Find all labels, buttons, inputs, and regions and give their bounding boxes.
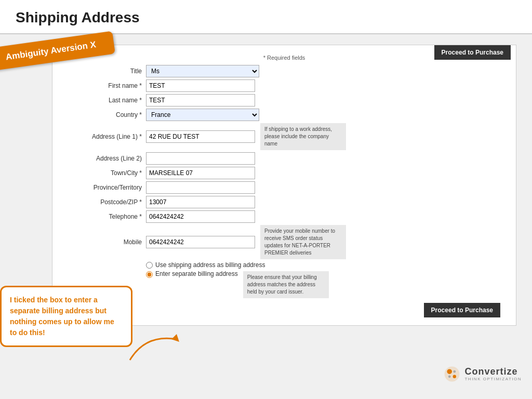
proceed-top-button[interactable]: Proceed to Purchase <box>434 45 511 60</box>
town-input[interactable] <box>146 167 255 179</box>
proceed-bottom-button[interactable]: Proceed to Purchase <box>424 303 500 317</box>
convertize-name: Convertize <box>464 367 522 377</box>
lastname-input[interactable] <box>146 94 255 107</box>
firstname-input[interactable] <box>146 79 255 92</box>
lastname-label: Last name * <box>63 97 146 104</box>
page-title: Shipping Address <box>16 9 516 26</box>
country-select[interactable]: France United Kingdom United States <box>146 109 259 121</box>
province-label: Province/Territory <box>63 184 146 191</box>
address2-row: Address (Line 2) <box>52 152 516 165</box>
form-card: Proceed to Purchase * Required fields Ti… <box>52 45 516 326</box>
country-row: Country * France United Kingdom United S… <box>52 109 516 121</box>
convertize-tagline: Think Optimization <box>464 377 522 382</box>
convertize-logo: Convertize Think Optimization <box>444 366 522 382</box>
svg-point-5 <box>448 375 451 378</box>
billing-hint: Please ensure that your billing address … <box>243 271 329 298</box>
mobile-input[interactable] <box>146 236 255 248</box>
mobile-hint: Provide your mobile number to receive SM… <box>260 225 346 259</box>
radio-shipping-billing-row: Use shipping address as billing address <box>52 261 516 269</box>
title-select[interactable]: Ms Mr Mrs Dr <box>146 65 259 77</box>
town-row: Town/City * <box>52 167 516 179</box>
use-shipping-radio[interactable] <box>146 262 153 269</box>
title-label: Title <box>63 68 146 75</box>
address1-row: Address (Line 1) * If shipping to a work… <box>52 123 516 150</box>
mobile-row: Mobile Provide your mobile number to rec… <box>52 225 516 259</box>
province-row: Province/Territory <box>52 181 516 194</box>
main-area: Ambiguity Aversion X Proceed to Purchase… <box>0 34 532 389</box>
postcode-input[interactable] <box>146 196 255 208</box>
telephone-input[interactable] <box>146 210 255 223</box>
svg-point-3 <box>453 375 456 378</box>
postcode-row: Postcode/ZIP * <box>52 196 516 208</box>
title-row: Title Ms Mr Mrs Dr <box>52 65 516 77</box>
lastname-row: Last name * <box>52 94 516 107</box>
enter-billing-label: Enter separate billing address <box>155 270 238 277</box>
address2-input[interactable] <box>146 152 255 165</box>
mobile-label: Mobile <box>63 238 146 246</box>
address1-hint: If shipping to a work address, please in… <box>260 123 346 150</box>
enter-billing-radio[interactable] <box>146 271 153 278</box>
address2-label: Address (Line 2) <box>63 155 146 162</box>
address1-input[interactable] <box>146 130 255 143</box>
telephone-label: Telephone * <box>63 213 146 220</box>
convertize-icon <box>444 366 460 382</box>
province-input[interactable] <box>146 181 255 194</box>
svg-point-1 <box>445 367 460 382</box>
svg-point-2 <box>447 369 453 374</box>
convertize-text: Convertize Think Optimization <box>464 367 522 382</box>
telephone-row: Telephone * <box>52 210 516 223</box>
country-label: Country * <box>63 111 146 118</box>
address1-label: Address (Line 1) * <box>63 133 146 140</box>
page-header: Shipping Address <box>0 0 532 34</box>
town-label: Town/City * <box>63 169 146 177</box>
firstname-label: First name * <box>63 82 146 89</box>
use-shipping-label: Use shipping address as billing address <box>155 261 265 269</box>
firstname-row: First name * <box>52 79 516 92</box>
annotation-box: I ticked the box to enter a separate bil… <box>0 286 132 347</box>
annotation-arrow <box>125 324 182 365</box>
postcode-label: Postcode/ZIP * <box>63 198 146 206</box>
svg-point-4 <box>454 370 456 373</box>
